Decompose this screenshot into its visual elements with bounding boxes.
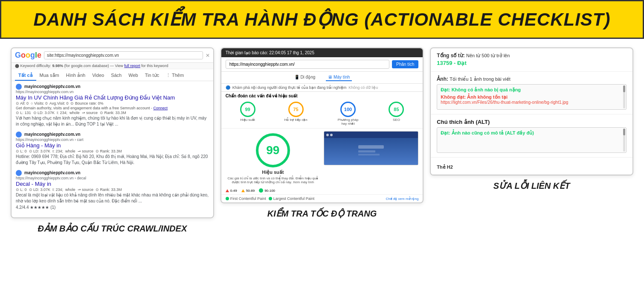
speed-analyze-button[interactable]: Phân tích: [392, 60, 418, 68]
seo-alt-scrollbar[interactable]: [623, 129, 625, 152]
score-item-accessibility: 75 Hỗ trợ tiếp cận: [284, 102, 307, 126]
legend-item-0-49: 0-49: [226, 188, 237, 193]
speed-panel: Thời gian tạo báo cáo: 22:04:05 17 thg 1…: [220, 47, 424, 203]
seo-wordcount-label: Tổng số từ:: [437, 53, 464, 59]
result-1-stats: ⊙ L: 131 ⊙ LD: 3.07K I: 234; whole ⇀ sou…: [16, 111, 209, 115]
google-nav: Tất cả Mua sắm Hình ảnh Video Sách Web T…: [12, 69, 213, 81]
nav-tab-images[interactable]: Hình ảnh: [63, 71, 89, 81]
result-1-domain: mayincongghiepptv.com.vn: [24, 84, 81, 89]
result-3-domain-row: mayincongghiepptv.com.vn: [16, 170, 209, 176]
result-3-title[interactable]: Decal - Máy in: [16, 181, 209, 187]
seo-image-passed: Đạt: Không có ảnh nào bị quá nặng: [441, 87, 623, 93]
column-crawl: Google ✕ ⬤ Keyword difficulty: 9.98% (fo…: [11, 47, 214, 234]
seo-image-title: Ảnh: Tối thiểu 1 ảnh trong bài viết: [437, 76, 627, 82]
google-panel: Google ✕ ⬤ Keyword difficulty: 9.98% (fo…: [11, 47, 214, 218]
tab-desktop-label: Máy tính: [334, 75, 350, 79]
nav-tab-news[interactable]: Tin tức: [142, 71, 163, 81]
result-2-title[interactable]: Giỏ Hàng - Máy in: [16, 142, 209, 149]
ss-body: [324, 138, 418, 165]
nav-tab-video[interactable]: Video: [89, 71, 107, 81]
seo-section-image: Ảnh: Tối thiểu 1 ảnh trong bài viết Đạt:…: [431, 72, 632, 114]
big-score-left: 99 Hiệu suất Các giá trị chỉ là ước tính…: [226, 131, 320, 184]
speed-tabs: 📱 Di động 🖥 Máy tính: [221, 72, 423, 84]
tab-mobile[interactable]: 📱 Di động: [292, 74, 318, 81]
result-2-url: https://mayincongghiepptv.com.vn › cart: [16, 138, 209, 142]
result-2-snippet: Hotline: 0969 694 778; Địa chỉ: Bộ Nô 20…: [16, 154, 209, 166]
seo-alt-scroll: Đạt: Ảnh nào cũng có mô tả (ALT đầy đủ): [437, 127, 627, 153]
full-report-link[interactable]: full report: [124, 64, 140, 68]
score-label-accessibility: Hỗ trợ tiếp cận: [284, 118, 307, 122]
seo-h2-title: Thẻ H2: [437, 162, 627, 170]
legend-triangle-red: [226, 189, 229, 192]
metric-lcp-text: Largest Contentful Paint: [273, 196, 315, 201]
legend-text-0-49: 0-49: [230, 189, 237, 193]
google-logo: Google: [15, 51, 41, 60]
seo-alt-scrollbar-thumb: [623, 129, 625, 135]
metric-fcp-dot: [226, 197, 229, 200]
score-circle-accessibility: 75: [288, 102, 304, 117]
score-circles: 99 Hiệu suất 75 Hỗ trợ tiếp cận 100 Phươ…: [221, 99, 423, 129]
seo-wordcount-status: - Đạt: [454, 60, 467, 66]
seo-wordcount-title: Tổng số từ: Nên từ 500 từ trở lên: [437, 53, 627, 59]
seo-alt-detail: Đạt: Ảnh nào cũng có mô tả (ALT đầy đủ): [437, 127, 627, 153]
result-1-domain-row: mayincongghiepptv.com.vn: [16, 84, 209, 90]
result-3-rating: 4.2/4.4 ★★★★★ (1): [16, 205, 209, 211]
ss-dot-2: [330, 134, 333, 136]
seo-image-scroll: Đạt: Không có ảnh nào bị quá nặng Không …: [437, 84, 627, 110]
speed-url-bar: Phân tích: [221, 57, 423, 72]
seo-alt-title: Chú thích ảnh (ALT): [437, 119, 627, 125]
keyword-diff-bar: ⬤ Keyword difficulty: 9.98% (for google.…: [12, 63, 213, 69]
google-search-input[interactable]: [44, 51, 203, 59]
column-speed: Thời gian tạo báo cáo: 22:04:05 17 thg 1…: [220, 47, 424, 219]
seo-image-failed-label: Không đạt:: [441, 94, 467, 100]
desktop-icon: 🖥: [328, 75, 332, 79]
metric-lcp: Largest Contentful Paint: [269, 196, 315, 201]
speed-screenshot: [324, 131, 418, 165]
page-header: DANH SÁCH KIỂM TRA HÀNH ĐỘNG (ACTIONABLE…: [0, 0, 644, 39]
speed-note-icon: 🔵: [226, 85, 230, 90]
metric-lcp-dot: [269, 197, 272, 200]
speed-header: Thời gian tạo báo cáo: 22:04:05 17 thg 1…: [221, 48, 423, 57]
score-item-seo: 85 SEO: [389, 102, 404, 126]
tab-desktop[interactable]: 🖥 Máy tính: [326, 74, 352, 81]
seo-panel: Tổng số từ: Nên từ 500 từ trở lên 13759 …: [430, 47, 633, 176]
result-1-url: https://mayincongghiepptv.com.vn: [16, 90, 209, 94]
ss-dot-1: [326, 134, 329, 136]
seo-scrollbar[interactable]: [623, 85, 625, 108]
seo-scrollbar-thumb: [623, 85, 625, 92]
nav-tab-shopping[interactable]: Mua sắm: [36, 71, 63, 81]
result-3-url: https://mayincongghiepptv.com.vn › decal: [16, 176, 209, 180]
speed-metrics-row: First Contentful Paint Largest Contentfu…: [226, 196, 315, 201]
big-score-note: Các giá trị chỉ là ước tính và có thể th…: [226, 176, 320, 184]
nav-tab-more[interactable]: ⋮ Thêm: [162, 71, 187, 81]
result-2: mayincongghiepptv.com.vn https://mayinco…: [16, 132, 209, 166]
nav-tab-web[interactable]: Web: [125, 71, 141, 81]
speed-expand[interactable]: Chế độ xem mở rộng: [386, 197, 418, 201]
nav-tab-books[interactable]: Sách: [107, 71, 125, 81]
speed-url-input[interactable]: [226, 60, 389, 69]
speed-note-text: Khám phá nội dung người dùng thực tế của…: [232, 85, 347, 90]
legend-triangle-orange: [241, 189, 245, 192]
score-label-best-practices: Phương pháp hay nhất: [337, 118, 360, 126]
result-1-title[interactable]: Máy In UV Chính Hãng Giá Rẻ Chất Lượng Đ…: [16, 94, 209, 101]
result-2-favicon: [16, 132, 22, 138]
speed-metrics: First Contentful Paint Largest Contentfu…: [221, 194, 423, 202]
page-title: DANH SÁCH KIỂM TRA HÀNH ĐỘNG (ACTIONABLE…: [14, 9, 630, 30]
big-score-area: 99 Hiệu suất Các giá trị chỉ là ước tính…: [221, 129, 423, 187]
result-3: mayincongghiepptv.com.vn https://mayinco…: [16, 170, 209, 211]
semrush-link[interactable]: Connect: [154, 106, 168, 110]
close-icon[interactable]: ✕: [206, 53, 210, 59]
seo-wordcount-value: 13759 - Đạt: [437, 60, 627, 66]
big-score-right: [324, 131, 418, 184]
speed-header-text: Thời gian tạo báo cáo: 22:04:05 17 thg 1…: [226, 50, 314, 55]
seo-image-failed-note: Ảnh không tồn tại: [467, 94, 508, 100]
col1-label: ĐẢM BẢO CẤU TRÚC CRAWL/INDEX: [38, 223, 187, 234]
col2-label: KIỂM TRA TỐC ĐỘ TRANG: [267, 208, 377, 219]
result-1-meta: ⊙ All: 0 ○ Visits: 0 Avg.Visit: 0 ⊙ Boun…: [16, 101, 209, 105]
nav-tab-all[interactable]: Tất cả: [15, 71, 36, 81]
seo-image-failed-url: https://light.com.vn/Files/26/thu-thuat-…: [441, 100, 623, 105]
result-3-domain: mayincongghiepptv.com.vn: [24, 170, 81, 175]
result-3-snippet: Decal là một loại vật liệu có khả năng d…: [16, 192, 209, 204]
keyword-diff-text: ⬤ Keyword difficulty: 9.98% (for google.…: [15, 64, 168, 68]
main-content: Google ✕ ⬤ Keyword difficulty: 9.98% (fo…: [0, 39, 644, 240]
